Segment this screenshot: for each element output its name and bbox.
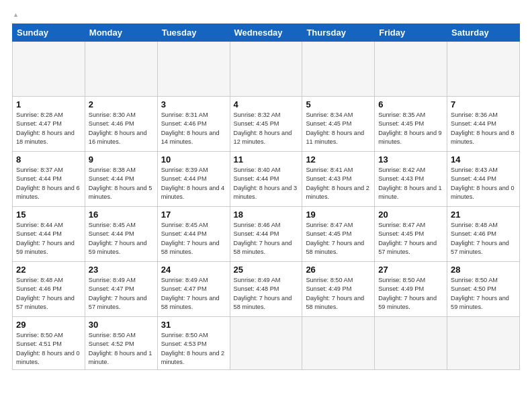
day-number: 5 [306,99,371,109]
table-row: 24Sunrise: 8:49 AMSunset: 4:47 PMDayligh… [157,262,230,317]
table-row: 19Sunrise: 8:47 AMSunset: 4:45 PMDayligh… [302,207,375,262]
table-row: 20Sunrise: 8:47 AMSunset: 4:45 PMDayligh… [375,207,447,262]
day-info: Sunrise: 8:32 AMSunset: 4:45 PMDaylight:… [234,111,299,146]
day-number: 10 [161,154,226,165]
day-info: Sunrise: 8:35 AMSunset: 4:45 PMDaylight:… [378,111,443,146]
table-row [230,317,302,370]
day-number: 6 [378,99,443,109]
calendar-week-row: 15Sunrise: 8:44 AMSunset: 4:44 PMDayligh… [13,207,520,262]
day-number: 7 [451,99,516,109]
day-number: 26 [306,265,371,275]
day-number: 16 [89,210,154,220]
table-row: 23Sunrise: 8:49 AMSunset: 4:47 PMDayligh… [85,262,157,317]
header: ▲ [12,12,520,18]
table-row [447,317,520,370]
table-row: 14Sunrise: 8:43 AMSunset: 4:44 PMDayligh… [447,152,520,207]
day-info: Sunrise: 8:38 AMSunset: 4:44 PMDaylight:… [89,166,154,201]
day-info: Sunrise: 8:37 AMSunset: 4:44 PMDaylight:… [16,166,81,201]
day-info: Sunrise: 8:30 AMSunset: 4:46 PMDaylight:… [89,111,154,146]
day-number: 13 [378,154,443,165]
day-info: Sunrise: 8:45 AMSunset: 4:44 PMDaylight:… [89,221,154,257]
day-info: Sunrise: 8:50 AMSunset: 4:53 PMDaylight:… [161,331,226,367]
day-info: Sunrise: 8:50 AMSunset: 4:52 PMDaylight:… [89,331,154,367]
table-row [302,42,375,97]
table-row [375,42,447,97]
col-wednesday: Wednesday [230,24,302,42]
day-info: Sunrise: 8:36 AMSunset: 4:44 PMDaylight:… [451,111,516,146]
table-row: 1Sunrise: 8:28 AMSunset: 4:47 PMDaylight… [13,97,85,152]
calendar-week-row: 22Sunrise: 8:48 AMSunset: 4:46 PMDayligh… [13,262,520,317]
day-number: 21 [451,210,516,220]
col-tuesday: Tuesday [157,24,230,42]
day-info: Sunrise: 8:43 AMSunset: 4:44 PMDaylight:… [451,166,516,201]
day-info: Sunrise: 8:50 AMSunset: 4:51 PMDaylight:… [16,331,81,367]
day-info: Sunrise: 8:34 AMSunset: 4:45 PMDaylight:… [306,111,371,146]
day-number: 4 [234,99,299,109]
day-number: 12 [306,154,371,165]
table-row: 10Sunrise: 8:39 AMSunset: 4:44 PMDayligh… [157,152,230,207]
table-row [375,317,447,370]
calendar-week-row: 1Sunrise: 8:28 AMSunset: 4:47 PMDaylight… [13,97,520,152]
day-number: 11 [234,154,299,165]
day-info: Sunrise: 8:49 AMSunset: 4:47 PMDaylight:… [161,276,226,312]
day-number: 3 [161,99,226,109]
table-row [157,42,230,97]
table-row [13,42,85,97]
table-row: 27Sunrise: 8:50 AMSunset: 4:49 PMDayligh… [375,262,447,317]
table-row: 8Sunrise: 8:37 AMSunset: 4:44 PMDaylight… [13,152,85,207]
day-number: 20 [378,210,443,220]
day-number: 8 [16,154,81,165]
calendar-header-row: Sunday Monday Tuesday Wednesday Thursday… [13,24,520,42]
day-number: 14 [451,154,516,165]
day-info: Sunrise: 8:44 AMSunset: 4:44 PMDaylight:… [16,221,81,257]
table-row: 22Sunrise: 8:48 AMSunset: 4:46 PMDayligh… [13,262,85,317]
table-row: 12Sunrise: 8:41 AMSunset: 4:43 PMDayligh… [302,152,375,207]
day-info: Sunrise: 8:47 AMSunset: 4:45 PMDaylight:… [378,221,443,257]
table-row: 7Sunrise: 8:36 AMSunset: 4:44 PMDaylight… [447,97,520,152]
day-info: Sunrise: 8:42 AMSunset: 4:43 PMDaylight:… [378,166,443,201]
day-number: 15 [16,210,81,220]
day-info: Sunrise: 8:31 AMSunset: 4:46 PMDaylight:… [161,111,226,146]
day-info: Sunrise: 8:48 AMSunset: 4:46 PMDaylight:… [451,221,516,257]
day-number: 23 [89,265,154,275]
calendar: Sunday Monday Tuesday Wednesday Thursday… [12,24,520,370]
day-info: Sunrise: 8:40 AMSunset: 4:44 PMDaylight:… [234,166,299,201]
day-info: Sunrise: 8:39 AMSunset: 4:44 PMDaylight:… [161,166,226,201]
day-info: Sunrise: 8:50 AMSunset: 4:49 PMDaylight:… [378,276,443,312]
day-number: 27 [378,265,443,275]
day-info: Sunrise: 8:50 AMSunset: 4:50 PMDaylight:… [451,276,516,312]
table-row: 28Sunrise: 8:50 AMSunset: 4:50 PMDayligh… [447,262,520,317]
day-info: Sunrise: 8:45 AMSunset: 4:44 PMDaylight:… [161,221,226,257]
table-row: 15Sunrise: 8:44 AMSunset: 4:44 PMDayligh… [13,207,85,262]
col-monday: Monday [85,24,157,42]
day-number: 2 [89,99,154,109]
table-row: 5Sunrise: 8:34 AMSunset: 4:45 PMDaylight… [302,97,375,152]
table-row [302,317,375,370]
day-number: 17 [161,210,226,220]
calendar-week-row: 8Sunrise: 8:37 AMSunset: 4:44 PMDaylight… [13,152,520,207]
table-row: 21Sunrise: 8:48 AMSunset: 4:46 PMDayligh… [447,207,520,262]
table-row: 26Sunrise: 8:50 AMSunset: 4:49 PMDayligh… [302,262,375,317]
table-row: 2Sunrise: 8:30 AMSunset: 4:46 PMDaylight… [85,97,157,152]
table-row: 29Sunrise: 8:50 AMSunset: 4:51 PMDayligh… [13,317,85,370]
col-saturday: Saturday [447,24,520,42]
table-row: 18Sunrise: 8:46 AMSunset: 4:44 PMDayligh… [230,207,302,262]
table-row: 17Sunrise: 8:45 AMSunset: 4:44 PMDayligh… [157,207,230,262]
table-row: 4Sunrise: 8:32 AMSunset: 4:45 PMDaylight… [230,97,302,152]
day-info: Sunrise: 8:41 AMSunset: 4:43 PMDaylight:… [306,166,371,201]
day-number: 28 [451,265,516,275]
table-row: 6Sunrise: 8:35 AMSunset: 4:45 PMDaylight… [375,97,447,152]
day-number: 19 [306,210,371,220]
col-thursday: Thursday [302,24,375,42]
logo: ▲ [12,12,19,18]
day-info: Sunrise: 8:28 AMSunset: 4:47 PMDaylight:… [16,111,81,146]
day-number: 31 [161,320,226,330]
calendar-week-row [13,42,520,97]
col-sunday: Sunday [13,24,85,42]
table-row: 3Sunrise: 8:31 AMSunset: 4:46 PMDaylight… [157,97,230,152]
day-number: 18 [234,210,299,220]
table-row: 11Sunrise: 8:40 AMSunset: 4:44 PMDayligh… [230,152,302,207]
page: ▲ Sunday Monday Tuesday Wednesday Thursd… [0,0,532,411]
calendar-week-row: 29Sunrise: 8:50 AMSunset: 4:51 PMDayligh… [13,317,520,370]
day-info: Sunrise: 8:46 AMSunset: 4:44 PMDaylight:… [234,221,299,257]
